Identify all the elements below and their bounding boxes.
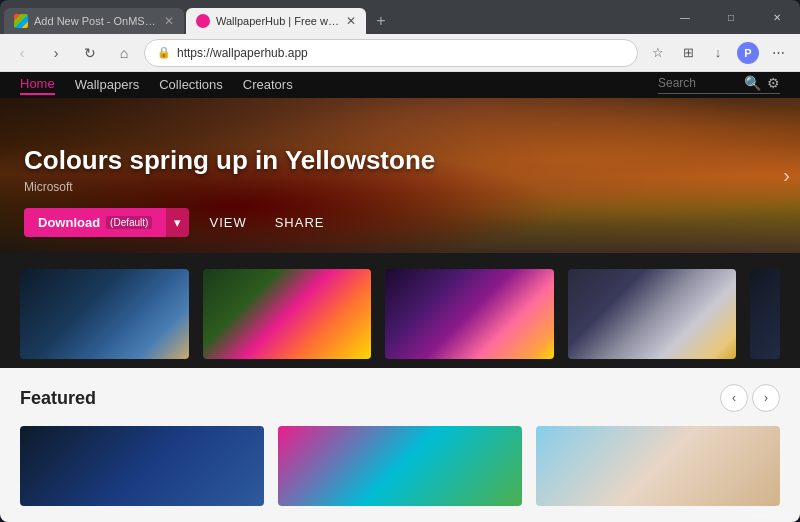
featured-image-0 bbox=[20, 426, 264, 506]
nav-creators[interactable]: Creators bbox=[243, 75, 293, 94]
forward-button[interactable]: › bbox=[42, 39, 70, 67]
tab-close-msft[interactable]: ✕ bbox=[164, 14, 174, 28]
download-dropdown-button[interactable]: ▾ bbox=[166, 208, 189, 237]
download-button-group: Download (Default) ▾ bbox=[24, 208, 189, 237]
site-nav: Home Wallpapers Collections Creators 🔍 ⚙ bbox=[0, 72, 800, 98]
toolbar-icons: ☆ ⊞ ↓ P ⋯ bbox=[644, 39, 792, 67]
download-badge: (Default) bbox=[106, 216, 152, 229]
maximize-button[interactable]: □ bbox=[708, 0, 754, 34]
featured-item-1[interactable] bbox=[278, 426, 522, 506]
tab-label-wallpaper: WallpaperHub | Free wallpapers... bbox=[216, 15, 340, 27]
hero-content: Colours spring up in Yellowstone Microso… bbox=[0, 125, 800, 253]
url-bar[interactable]: 🔒 https://wallpaperhub.app bbox=[144, 39, 638, 67]
section-header: Featured ‹ › bbox=[20, 384, 780, 412]
url-text: https://wallpaperhub.app bbox=[177, 46, 625, 60]
thumbnail-image-0 bbox=[20, 269, 189, 359]
thumbnail-item-extra[interactable] bbox=[750, 269, 780, 352]
view-button[interactable]: VIEW bbox=[201, 211, 254, 234]
refresh-button[interactable]: ↻ bbox=[76, 39, 104, 67]
search-input[interactable] bbox=[658, 76, 738, 90]
window-controls: — □ ✕ bbox=[662, 0, 800, 34]
home-button[interactable]: ⌂ bbox=[110, 39, 138, 67]
lock-icon: 🔒 bbox=[157, 46, 171, 59]
thumbnail-item-0[interactable]: Thunderbolt and lightning... Microsoft bbox=[20, 269, 189, 352]
nav-wallpapers[interactable]: Wallpapers bbox=[75, 75, 140, 94]
new-tab-button[interactable]: + bbox=[368, 8, 394, 34]
back-button[interactable]: ‹ bbox=[8, 39, 36, 67]
hero-subtitle: Microsoft bbox=[24, 180, 776, 194]
address-bar: ‹ › ↻ ⌂ 🔒 https://wallpaperhub.app ☆ ⊞ ↓… bbox=[0, 34, 800, 72]
collections-icon[interactable]: ⊞ bbox=[674, 39, 702, 67]
settings-icon[interactable]: ⋯ bbox=[764, 39, 792, 67]
download-button[interactable]: Download (Default) bbox=[24, 208, 166, 237]
hero-next-button[interactable]: › bbox=[783, 164, 790, 187]
share-button[interactable]: SHARE bbox=[267, 211, 333, 234]
thumbnail-image-1 bbox=[203, 269, 372, 359]
thumbnail-item-3[interactable]: Background - Enterprise Bridge Michael G… bbox=[568, 269, 737, 352]
hero-section: Colours spring up in Yellowstone Microso… bbox=[0, 98, 800, 253]
hero-title: Colours spring up in Yellowstone bbox=[24, 145, 776, 176]
tab-msft[interactable]: Add New Post - OnMSFT.com... ✕ bbox=[4, 8, 184, 34]
watermark: wsxdn.com bbox=[751, 510, 796, 520]
nav-collections[interactable]: Collections bbox=[159, 75, 223, 94]
tab-wallpaper[interactable]: WallpaperHub | Free wallpapers... ✕ bbox=[186, 8, 366, 34]
featured-image-1 bbox=[278, 426, 522, 506]
thumbnail-image-extra bbox=[750, 269, 780, 359]
profile-icon[interactable]: P bbox=[734, 39, 762, 67]
avatar: P bbox=[737, 42, 759, 64]
browser-window: Add New Post - OnMSFT.com... ✕ Wallpaper… bbox=[0, 0, 800, 522]
featured-item-2[interactable] bbox=[536, 426, 780, 506]
featured-section: Featured ‹ › bbox=[0, 368, 800, 522]
settings-nav-icon[interactable]: ⚙ bbox=[767, 75, 780, 91]
close-button[interactable]: ✕ bbox=[754, 0, 800, 34]
thumbnail-image-2 bbox=[385, 269, 554, 359]
search-area: 🔍 ⚙ bbox=[658, 75, 780, 94]
featured-title: Featured bbox=[20, 388, 96, 409]
nav-home[interactable]: Home bbox=[20, 74, 55, 95]
thumbnail-image-3 bbox=[568, 269, 737, 359]
featured-next-button[interactable]: › bbox=[752, 384, 780, 412]
thumbnail-item-1[interactable]: In the Garden of Europe Microsoft bbox=[203, 269, 372, 352]
favorites-icon[interactable]: ☆ bbox=[644, 39, 672, 67]
title-bar: Add New Post - OnMSFT.com... ✕ Wallpaper… bbox=[0, 0, 800, 34]
featured-prev-button[interactable]: ‹ bbox=[720, 384, 748, 412]
thumbnails-section: Thunderbolt and lightning... Microsoft I… bbox=[0, 253, 800, 368]
featured-item-0[interactable] bbox=[20, 426, 264, 506]
hero-actions: Download (Default) ▾ VIEW SHARE bbox=[24, 208, 776, 237]
minimize-button[interactable]: — bbox=[662, 0, 708, 34]
featured-image-2 bbox=[536, 426, 780, 506]
site-content: Home Wallpapers Collections Creators 🔍 ⚙… bbox=[0, 72, 800, 522]
tabs-area: Add New Post - OnMSFT.com... ✕ Wallpaper… bbox=[0, 0, 656, 34]
tab-favicon-wallpaper bbox=[196, 14, 210, 28]
downloads-icon[interactable]: ↓ bbox=[704, 39, 732, 67]
tab-favicon-msft bbox=[14, 14, 28, 28]
tab-close-wallpaper[interactable]: ✕ bbox=[346, 14, 356, 28]
tab-label-msft: Add New Post - OnMSFT.com... bbox=[34, 15, 158, 27]
featured-nav: ‹ › bbox=[720, 384, 780, 412]
search-icon[interactable]: 🔍 bbox=[744, 75, 761, 91]
featured-grid bbox=[20, 426, 780, 506]
thumbnail-item-2[interactable]: 今日は「霧雨」 Microsoft bbox=[385, 269, 554, 352]
download-label: Download bbox=[38, 215, 100, 230]
